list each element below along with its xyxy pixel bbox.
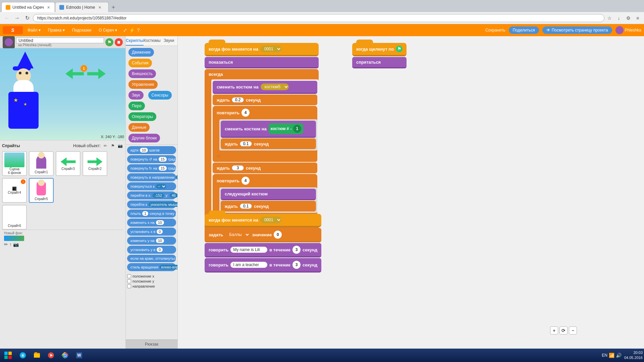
backpack[interactable]: Рюкзак xyxy=(126,340,177,349)
edmodo-tab-close[interactable]: × xyxy=(99,5,101,10)
say-input-1[interactable] xyxy=(230,247,267,253)
checkbox-dir-input[interactable] xyxy=(127,284,131,288)
wait-0-1-input-2[interactable] xyxy=(240,203,252,209)
hide-block[interactable]: спрятаться xyxy=(352,57,407,68)
block-turn-right[interactable]: повернуть ↻ на 15 градусов xyxy=(127,164,176,172)
taskbar-app-ie[interactable]: e xyxy=(16,349,30,361)
block-rotation-style[interactable]: стиль вращения влево-вправо xyxy=(127,263,176,271)
cat-events[interactable]: События xyxy=(128,59,152,67)
cat-sound[interactable]: Звук xyxy=(128,91,144,100)
forever-header[interactable]: всегда xyxy=(205,69,319,79)
hat-block-1[interactable]: когда фон меняется на 0001 xyxy=(205,43,319,56)
hat-dropdown-1[interactable]: 0001 xyxy=(260,46,281,52)
block-set-y[interactable]: установить у в 0 xyxy=(127,246,176,254)
zoom-in-btn[interactable]: + xyxy=(550,326,558,335)
sprite-scene[interactable]: Сцена6 фонов xyxy=(2,151,27,176)
block-change-y[interactable]: изменить у на 10 xyxy=(127,237,176,245)
sprite-item-4[interactable]: ● Спрайт4 i xyxy=(2,178,27,203)
taskbar-app-word[interactable]: W xyxy=(72,349,86,361)
bookmark-icon[interactable]: ☆ xyxy=(606,14,613,22)
var-select[interactable]: Баллы xyxy=(225,231,250,238)
wait-0-2-input[interactable] xyxy=(232,97,244,103)
script-area[interactable]: когда фон меняется на 0001 показаться вс… xyxy=(178,36,644,349)
stop-button[interactable]: ■ xyxy=(115,38,123,46)
block-point-towards[interactable]: повернуться к ↔ xyxy=(127,182,176,190)
taskbar-app-explorer[interactable] xyxy=(30,349,44,361)
sprite-item-6[interactable]: Спрайт6 xyxy=(2,205,27,230)
block-goto-xy[interactable]: перейти в x: -152 y: 46 xyxy=(127,191,176,199)
extensions-icon[interactable]: ⚙ xyxy=(625,14,632,22)
say-block-1[interactable]: говорить в течение 3 секунд xyxy=(205,243,321,257)
switch-costume-num-block[interactable]: сменить костюм на костюм # - 1 xyxy=(221,121,316,138)
tab-costumes[interactable]: Костюмы xyxy=(144,36,161,46)
say-block-2[interactable]: говорить в течение 3 секунд xyxy=(205,258,321,273)
show-block[interactable]: показаться xyxy=(205,57,319,68)
say-input-2[interactable] xyxy=(230,262,267,268)
view-page-button[interactable]: 👁 Посмотреть страницу проекта xyxy=(542,26,612,34)
block-goto-sprite[interactable]: перейти к указатель мыши xyxy=(127,200,176,208)
cat-data[interactable]: Данные xyxy=(128,123,150,132)
sprite-name-input[interactable] xyxy=(16,38,104,43)
block-bounce[interactable]: если на краю, оттолкнуться xyxy=(127,255,176,262)
camera-bg-icon[interactable]: 📷 xyxy=(13,242,19,247)
cat-sensing[interactable]: Сенсоры xyxy=(148,91,172,100)
block-set-x[interactable]: установить х в 0 xyxy=(127,228,176,236)
costume-dropdown[interactable]: костюм5 xyxy=(261,83,289,90)
sprite-item-2[interactable]: Спрайт2 xyxy=(83,151,107,176)
scratch-tab-close[interactable]: × xyxy=(47,5,50,10)
tab-scripts[interactable]: Скрипты xyxy=(126,36,144,46)
checkbox-pos-y-input[interactable] xyxy=(127,279,131,283)
edit-bg-icon[interactable]: ✏ xyxy=(4,242,8,247)
fullscreen-icon[interactable]: ⤢ xyxy=(123,27,127,33)
share-button[interactable]: Поделиться xyxy=(509,26,539,34)
block-change-x[interactable]: изменить х на 10 xyxy=(127,219,176,227)
wait-0-2-block[interactable]: ждать секунд xyxy=(213,95,317,105)
taskbar-app-chrome[interactable] xyxy=(58,349,72,361)
forward-button[interactable]: → xyxy=(13,14,21,22)
back-button[interactable]: ← xyxy=(3,14,11,22)
zoom-out-btn[interactable]: − xyxy=(569,326,577,335)
hat-block-2[interactable]: когда щелкнут по ⚑ xyxy=(352,43,407,56)
block-glide[interactable]: плыть 1 секунд в точку x: -152 xyxy=(127,209,176,218)
paint-new-sprite[interactable]: ✏ xyxy=(102,142,109,149)
tab-sounds[interactable]: Звуки xyxy=(161,36,177,46)
sprite-item-3[interactable]: Спрайт3 xyxy=(56,151,80,176)
cat-motion[interactable]: Движение xyxy=(128,48,154,57)
cat-control[interactable]: Управление xyxy=(128,80,158,89)
cat-operators[interactable]: Операторы xyxy=(128,112,156,121)
turbo-icon[interactable]: ⚡ xyxy=(129,27,135,33)
help-icon[interactable]: ? xyxy=(137,27,140,33)
sprite-item-5[interactable]: Спрайт5 xyxy=(29,178,54,203)
wait-0-1-block-2[interactable]: ждать секунд xyxy=(221,201,316,212)
stamp-new-sprite[interactable]: ⚑ xyxy=(109,142,116,149)
new-tab-button[interactable]: + xyxy=(109,3,118,12)
tab-scratch[interactable]: Untitled на Скреч × xyxy=(1,2,55,12)
menu-file[interactable]: Файл ▾ xyxy=(25,26,43,34)
checkbox-pos-x-input[interactable] xyxy=(127,274,131,278)
wait-3-input[interactable] xyxy=(232,165,244,171)
green-flag-button[interactable]: ⚑ xyxy=(105,38,113,46)
zoom-reset-btn[interactable]: ⟳ xyxy=(559,326,568,335)
block-point-dir[interactable]: повернуть в направлении 90° xyxy=(127,173,176,181)
tab-edmodo[interactable]: Edmodo | Home × xyxy=(55,2,109,12)
hat-block-3[interactable]: когда фон меняется на 0001 xyxy=(205,214,321,227)
repeat-4-header-2[interactable]: повторить 4 xyxy=(213,174,317,187)
taskbar-app-media[interactable] xyxy=(44,349,58,361)
sprite-item-1[interactable]: Спрайт1 xyxy=(29,151,54,176)
cat-looks[interactable]: Внешность xyxy=(128,69,156,78)
start-button[interactable] xyxy=(1,349,15,361)
set-var-block[interactable]: задать Баллы значение 0 xyxy=(205,228,321,242)
refresh-button[interactable]: ↻ xyxy=(23,14,32,22)
menu-about[interactable]: О Скреч ▾ xyxy=(96,26,120,34)
block-turn-left[interactable]: повернуть ↺ на 15 градусов xyxy=(127,155,176,163)
cat-pen[interactable]: Перо xyxy=(128,102,145,110)
cat-more[interactable]: Другие блоки xyxy=(128,134,160,142)
next-costume-block[interactable]: следующий костюм xyxy=(221,189,316,200)
block-towards-select[interactable]: ↔ xyxy=(156,184,166,189)
download-icon[interactable]: ↓ xyxy=(615,14,623,22)
wait-3-block[interactable]: ждать секунд xyxy=(213,163,317,173)
wait-0-1-input-1[interactable] xyxy=(240,141,252,146)
upload-new-sprite[interactable]: 📷 xyxy=(117,142,123,149)
block-move[interactable]: идти 10 шагов xyxy=(127,146,176,154)
switch-costume-block[interactable]: сменить костюм на костюм5 xyxy=(213,81,317,94)
